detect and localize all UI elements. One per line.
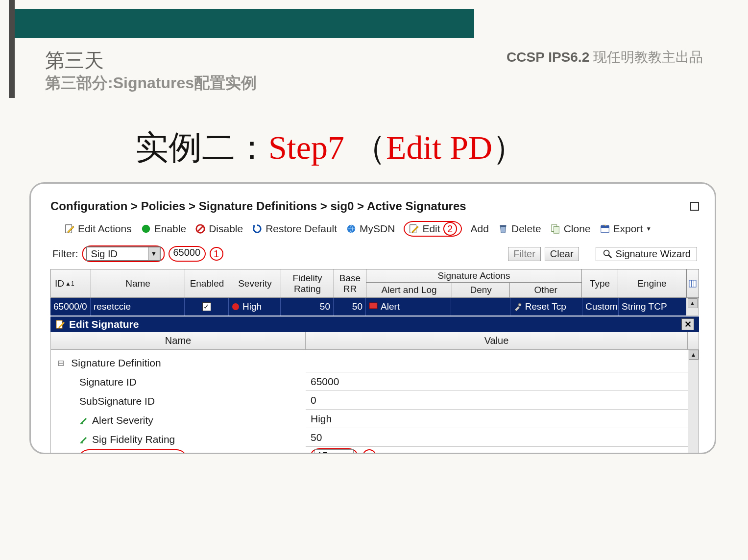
disable-label: Disable — [209, 223, 243, 235]
clone-icon — [550, 223, 561, 234]
col-type[interactable]: Type — [582, 269, 618, 297]
title-red2: Edit PD — [386, 129, 492, 166]
grid-header: ID▲1 Name Enabled Severity Fidelity Rati… — [50, 269, 686, 298]
cell-other: Reset Tcp — [510, 298, 582, 316]
svg-point-16 — [232, 303, 239, 310]
header-left-bar — [9, 0, 15, 98]
filter-clear-button[interactable]: Clear — [545, 247, 579, 261]
pd-value-highlight — [311, 448, 358, 455]
col-base-rr[interactable]: Base RR — [334, 269, 366, 297]
cell-engine: String TCP — [619, 298, 686, 316]
col-engine[interactable]: Engine — [618, 269, 686, 297]
filter-apply-button[interactable]: Filter — [508, 247, 540, 261]
filter-row: Filter: Sig ID ▼ 65000 1 Filter Clear Si… — [50, 243, 699, 269]
mysdn-icon — [346, 223, 357, 234]
col-name[interactable]: Name — [91, 269, 185, 297]
filter-label: Filter: — [52, 248, 78, 260]
prop-col-name[interactable]: Name — [51, 332, 306, 349]
export-button[interactable]: Export ▼ — [600, 223, 652, 235]
filter-field-highlight: Sig ID ▼ — [82, 245, 165, 262]
severity-high-icon — [232, 303, 240, 311]
edit-actions-label: Edit Actions — [78, 223, 132, 235]
val-fidelity[interactable]: 50 — [306, 428, 688, 447]
filter-field-value: Sig ID — [87, 248, 148, 260]
edit-signature-titlebar: Edit Signature ✕ — [50, 317, 699, 332]
add-button[interactable]: Add — [471, 223, 489, 235]
cell-alert: Alert — [366, 298, 451, 316]
tree-subsig-id[interactable]: SubSignature ID — [58, 391, 302, 411]
svg-rect-13 — [689, 280, 696, 287]
col-id[interactable]: ID▲1 — [51, 269, 91, 297]
promiscuous-delta-input[interactable] — [314, 449, 354, 455]
col-deny[interactable]: Deny — [452, 283, 510, 297]
prop-col-value[interactable]: Value — [306, 332, 688, 349]
prop-scrollbar[interactable]: ▲ — [688, 350, 699, 454]
edit-icon — [409, 223, 419, 234]
signature-wizard-button[interactable]: Signature Wizard — [596, 247, 697, 261]
scroll-up-icon[interactable]: ▲ — [689, 350, 699, 360]
tool-icon — [513, 302, 522, 311]
table-row[interactable]: 65000/0 resetccie ✓ High 50 50 Alert — [50, 298, 686, 316]
editable-icon — [79, 435, 88, 444]
prop-values: 65000 0 High 50 3 — [306, 350, 688, 454]
enable-icon — [141, 223, 151, 234]
enable-label: Enable — [154, 223, 186, 235]
title-mid: （ — [344, 129, 386, 166]
tree-alert-severity[interactable]: Alert Severity — [58, 411, 302, 430]
header-teal-bar — [9, 9, 474, 38]
mysdn-button[interactable]: MySDN — [346, 223, 395, 235]
breadcrumb-row: Configuration > Policies > Signature Def… — [50, 199, 699, 216]
close-button[interactable]: ✕ — [681, 318, 694, 330]
clone-button[interactable]: Clone — [550, 223, 591, 235]
tree-group[interactable]: ⊟ Signature Definition — [58, 354, 302, 372]
maximize-icon[interactable] — [690, 202, 699, 211]
column-chooser-button[interactable] — [686, 269, 699, 298]
cell-deny — [451, 298, 510, 316]
chevron-down-icon[interactable]: ▼ — [148, 247, 160, 260]
editable-icon — [79, 416, 88, 425]
cell-id: 65000/0 — [50, 298, 91, 316]
tree-sig-id[interactable]: Signature ID — [58, 372, 302, 391]
slide-title: 实例二：Step7 （Edit PD） — [135, 125, 526, 170]
delete-button[interactable]: Delete — [498, 223, 541, 235]
filter-value-input[interactable]: 65000 — [169, 246, 206, 262]
delete-label: Delete — [511, 223, 541, 235]
enable-button[interactable]: Enable — [141, 223, 186, 235]
title-tail: ） — [492, 129, 526, 166]
col-sig-actions-label[interactable]: Signature Actions — [366, 269, 581, 283]
dropdown-caret-icon: ▼ — [646, 225, 651, 232]
scroll-up-icon[interactable]: ▲ — [688, 298, 698, 308]
filter-field-combo[interactable]: Sig ID ▼ — [86, 246, 161, 261]
col-sig-actions: Signature Actions Alert and Log Deny Oth… — [366, 269, 582, 297]
annotation-1: 1 — [210, 247, 223, 261]
title-red1: Step7 — [268, 129, 344, 166]
annotation-2: 2 — [443, 222, 457, 236]
col-fidelity[interactable]: Fidelity Rating — [281, 269, 334, 297]
edit-actions-button[interactable]: Edit Actions — [64, 223, 132, 235]
grid-scrollbar[interactable]: ▲ — [686, 298, 699, 316]
col-severity[interactable]: Severity — [229, 269, 281, 297]
tree-promiscuous-delta[interactable]: Promiscuous Delta — [58, 449, 302, 454]
col-other[interactable]: Other — [510, 283, 581, 297]
val-alert-sev[interactable]: High — [306, 410, 688, 428]
wizard-icon — [602, 248, 613, 259]
svg-rect-10 — [601, 226, 609, 228]
cell-type: Custom — [582, 298, 619, 316]
col-enabled[interactable]: Enabled — [185, 269, 229, 297]
ccsp-tail: 现任明教教主出品 — [589, 49, 703, 65]
svg-line-3 — [198, 226, 203, 232]
pd-label-highlight: Promiscuous Delta — [79, 449, 186, 454]
prop-tree: ⊟ Signature Definition Signature ID SubS… — [51, 350, 306, 454]
tree-fidelity[interactable]: Sig Fidelity Rating — [58, 430, 302, 449]
cell-enabled[interactable]: ✓ — [185, 298, 229, 316]
disable-button[interactable]: Disable — [195, 223, 243, 235]
edit-button[interactable]: Edit 2 — [404, 221, 461, 237]
col-alert-log[interactable]: Alert and Log — [366, 283, 452, 297]
svg-rect-21 — [80, 442, 83, 443]
ccsp-bold: CCSP IPS6.2 — [507, 49, 589, 65]
val-subsig: 0 — [306, 391, 688, 410]
enabled-checkbox[interactable]: ✓ — [202, 302, 211, 311]
column-chooser-icon — [689, 280, 697, 288]
export-icon — [600, 223, 610, 234]
restore-default-button[interactable]: Restore Default — [252, 223, 337, 235]
